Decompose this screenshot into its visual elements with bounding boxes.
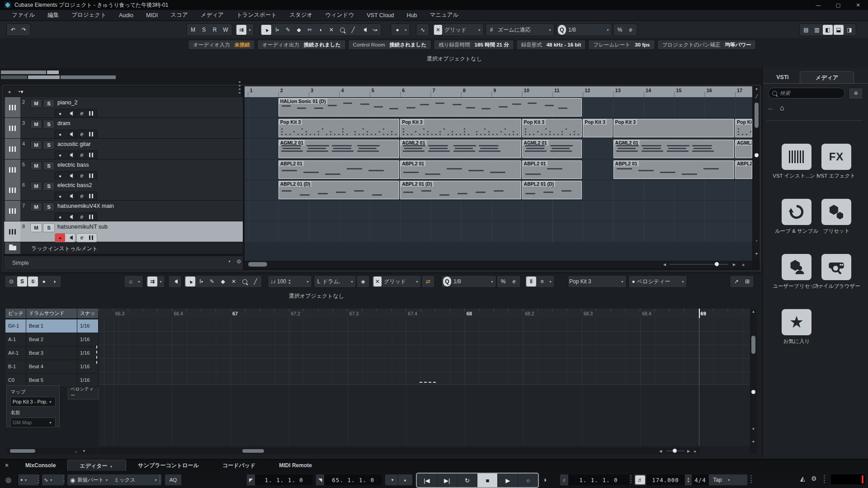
panel-divider-handle[interactable] [239,81,241,95]
tab-コードパッド[interactable]: コードパッド [211,460,267,471]
editor-setup-icon[interactable]: ⊞ [742,277,752,286]
aq-button[interactable]: AQ [165,474,182,486]
solo-button[interactable]: S [43,99,55,108]
quantize-value[interactable]: 1/8 [568,27,576,33]
open-instrument-button[interactable] [87,172,97,180]
split-tool[interactable]: ✂ [305,25,315,35]
preset-name[interactable]: Simple [12,260,29,266]
arrange-area[interactable]: 1234567891011121314151617 HALion Sonic 0… [245,86,752,261]
editor-vscroll-up-icon[interactable]: ▲ [750,310,757,314]
edit-channel-button[interactable]: e [77,172,87,180]
track-row-hatsunemikuV4X-main[interactable]: 7MShatsunemikuV4X main●e [4,201,243,221]
record-enable-button[interactable]: ● [55,151,65,159]
media-tile-loop[interactable] [782,199,811,225]
part-AGML2-01[interactable]: AGML2 01 [613,140,734,158]
mute-button[interactable]: M [30,120,42,129]
editor-vscroll-down-icon[interactable]: ▼ [750,427,757,431]
editor-list-hthumb[interactable] [10,449,35,453]
range-tool[interactable]: I▪ [272,25,282,35]
automation-r-button[interactable]: R [210,25,220,35]
part-AGML2-01[interactable]: AGML2 01 [400,140,521,158]
editor-mute-tool[interactable]: ✕ [229,277,239,286]
metronome-icon[interactable]: ◭ [800,475,805,482]
column-divider-handle[interactable] [96,346,97,364]
record-enable-button[interactable]: ● [55,172,65,180]
editor-vthumb[interactable] [751,336,755,354]
status-segment[interactable]: オーディオ入力未接続 [188,40,255,50]
solo-button[interactable]: S [43,161,55,170]
vzoom-dot[interactable] [755,153,759,157]
part-Pop-Kit-3[interactable]: Pop Kit 3 [278,119,399,137]
add-track-button[interactable]: ＋ [5,87,14,97]
open-instrument-button[interactable] [87,234,97,242]
solo-button[interactable]: S [43,223,55,232]
redo-button[interactable]: ↷ [19,25,29,35]
tab-エディター[interactable]: エディター ▼ [67,460,126,472]
monitor-button[interactable] [65,192,75,200]
play-tool[interactable] [359,25,369,35]
media-tile-star[interactable]: ★ [782,309,811,335]
edit-channel-button[interactable]: e [77,213,87,221]
map-name-select[interactable]: GM Map▼ [10,418,56,427]
track-name[interactable]: piano_2 [57,99,78,106]
edit-channel-button[interactable]: e [77,234,87,242]
color-menu-caret-icon[interactable]: ▼ [404,28,407,32]
midi-record-mode-select[interactable]: ◉ 新規パート ▼ ミックス ▼ [67,474,162,486]
status-segment[interactable]: オーディオ出力接続されました [257,40,345,50]
lower-zone-icon[interactable]: ⬓ [834,25,844,35]
editor-ruler[interactable]: 66.366.46767.267.367.46868.268.368.469 [99,309,752,319]
select-tool[interactable]: ▲ [261,25,271,35]
quantize-panel-icon[interactable]: e [626,25,636,35]
drum-row-A-1[interactable]: A-1Beat 21/16 [5,333,99,347]
status-segment[interactable]: Control Room接続されました [348,40,432,50]
part-AGML2-01[interactable]: AGML2 01 [278,140,399,158]
line-tool[interactable]: ╱ [348,25,358,35]
editor-quantize-caret-icon[interactable]: ▼ [491,280,494,283]
tab-vsti[interactable]: VSTi [769,71,796,83]
automation-s-button[interactable]: S [199,25,209,35]
status-segment[interactable]: 録音形式48 kHz - 16 bit [516,40,586,50]
editor-vzoom-dot[interactable] [751,390,755,394]
track-row-hatsunemikuNT-sub[interactable]: 8MShatsunemikuNT sub●e [4,221,243,242]
length-link-icon[interactable]: ◈ [358,277,368,286]
transport-gear-icon[interactable]: ⚙ [811,475,817,482]
part-AGML2-01[interactable]: AGML2 01 [735,140,752,158]
minimize-button[interactable]: — [808,0,828,10]
menu-ファイル[interactable]: ファイル [5,11,41,19]
part-ABPL2-01-(D)[interactable]: ABPL2 01 (D) [400,181,521,199]
controller-value[interactable]: ベロシティー [637,278,670,286]
scrub-tool[interactable]: ↝ [370,25,380,35]
position-note-icon[interactable]: ♪ [560,477,568,483]
drum-grid[interactable] [99,318,752,384]
column-header-2[interactable]: スナップ [77,309,99,318]
record-mode-select[interactable]: ●▼ [18,474,39,486]
autoscroll-caret-icon[interactable]: ▼ [248,28,251,32]
autoscroll-icon[interactable]: ⇉ [236,25,246,35]
step-input-icon[interactable]: ① [28,277,38,286]
map-select[interactable]: Pop Kit 3 - Pop.▼ [10,397,56,407]
monitor-button[interactable] [65,130,75,138]
part-ABPL2-01-(D)[interactable]: ABPL2 01 (D) [522,181,582,199]
arrange-vscrollbar[interactable]: ▼ ╱ ⌃ + [753,86,760,260]
part-HALion-Sonic-01-(D)[interactable]: HALion Sonic 01 (D) [278,98,582,117]
record-modes-icon[interactable]: ◎ [5,476,11,484]
go-to-start-button[interactable]: |◀ [417,474,437,487]
mute-button[interactable]: M [30,99,42,108]
play-button[interactable]: ▶ [498,474,518,487]
lane-hatsunemikuV4X-main[interactable] [245,201,752,221]
link-pin-icon[interactable]: ⊙ [6,277,16,286]
media-tile-browser[interactable] [821,254,851,280]
editor-list-hscrollbar[interactable]: ＋ ▼ [6,448,97,454]
menu-スコア[interactable]: スコア [164,11,194,19]
drumstick-icon[interactable]: ‖ [526,277,536,286]
editor-select-tool[interactable]: ▲ [185,277,195,286]
hzoom-plus-icon[interactable]: + [742,262,745,267]
erase-tool[interactable]: ◆ [294,25,304,35]
preset-caret-icon[interactable]: ▼ [228,260,231,263]
vscroll-zoom-icon[interactable]: ⌃ [753,240,760,244]
track-row-piano_2[interactable]: 2MSpiano_2●e [4,97,243,118]
acoustic-feedback-icon[interactable]: ◗ [50,277,60,286]
vscroll-up-icon[interactable]: ▼ [753,87,760,91]
vscroll-thumb[interactable] [755,103,759,128]
monitor-button[interactable] [65,234,75,242]
